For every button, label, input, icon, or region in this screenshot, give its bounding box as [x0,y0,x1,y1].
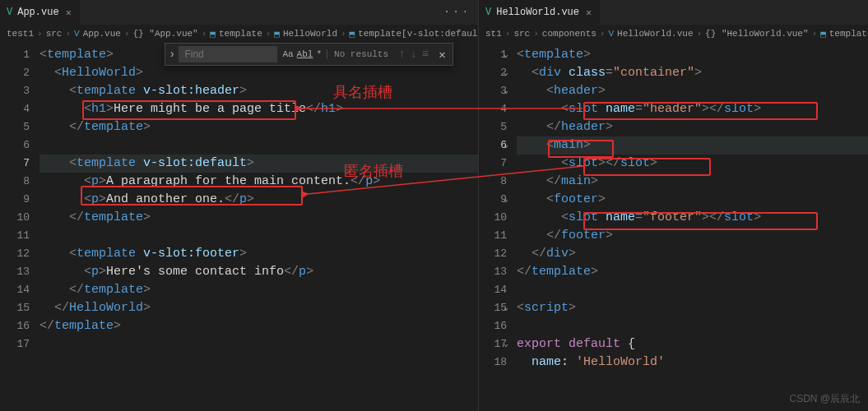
line-number: 16 [0,317,30,335]
vue-file-icon: V [7,7,12,18]
code-area-right[interactable]: <template> <div class="container"> <head… [517,43,868,411]
code-line[interactable]: <footer> [517,191,868,209]
find-widget[interactable]: › Aa Abl * No results ↑ ↓ ≡ ✕ [165,43,453,66]
code-line[interactable]: <slot></slot> [517,155,868,173]
code-line[interactable]: <p>A paragraph for the main content.</p> [39,173,478,191]
breadcrumb-item[interactable]: {} "App.vue" [132,29,197,39]
breadcrumb-icon: ⬒ [820,29,826,39]
line-number: 10 [0,209,30,227]
code-line[interactable]: <template v-slot:default> [39,155,478,173]
code-line[interactable]: <main> [517,136,868,155]
match-case-icon[interactable]: Aa [282,49,293,59]
breadcrumb-item[interactable]: template [829,29,868,39]
code-area-left[interactable]: <template> <HelloWorld> <template v-slot… [39,43,478,411]
code-line[interactable] [517,317,868,335]
breadcrumb-chevron-icon: › [202,29,207,39]
breadcrumb-item[interactable]: App.vue [83,29,121,39]
breadcrumb-item[interactable]: test1 [7,29,34,39]
code-line[interactable]: <slot name="header"></slot> [517,100,868,118]
fold-icon[interactable]: ⌄ [504,191,508,209]
fold-icon[interactable]: ⌄ [504,64,508,82]
breadcrumb-chevron-icon: › [65,29,71,39]
vue-file-icon: V [485,7,491,18]
code-line[interactable]: </template> [39,209,478,227]
code-line[interactable]: <h1>Here might be a page title</h1> [39,100,478,118]
code-line[interactable]: </header> [517,118,868,136]
tab-overflow-button[interactable]: ··· [437,7,478,18]
line-number: 2 [0,64,30,82]
line-number: 13 [0,263,30,281]
line-number: 8 [0,173,30,191]
fold-icon[interactable]: ⌄ [504,82,508,100]
code-line[interactable]: </template> [39,118,478,136]
code-line[interactable]: <script> [517,299,868,317]
breadcrumb-item[interactable]: HelloWorld.vue [617,29,693,39]
code-line[interactable]: </HelloWorld> [39,299,478,317]
code-line[interactable]: <template v-slot:footer> [39,245,478,263]
fold-icon[interactable]: ⌄ [504,299,508,317]
watermark: CSDN @辰辰北 [789,392,860,406]
line-number: 11 [479,227,507,245]
code-line[interactable]: <slot name="footer"></slot> [517,209,868,227]
breadcrumbs-left[interactable]: test1›src›V App.vue›{} "App.vue"›⬒ templ… [0,25,478,43]
find-close-button[interactable]: ✕ [432,48,452,62]
breadcrumb-item[interactable]: template[v-slot:default] [358,29,478,39]
code-line[interactable] [517,281,868,299]
find-prev-icon[interactable]: ↑ [398,48,405,61]
regex-icon[interactable]: * [316,49,322,59]
code-line[interactable]: </div> [517,245,868,263]
fold-icon[interactable]: ⌄ [504,46,508,64]
breadcrumb-chevron-icon: › [600,29,606,39]
code-line[interactable]: <p>And another one.</p> [39,191,478,209]
tab-bar-left: V App.vue ✕ ··· [0,0,478,25]
match-word-icon[interactable]: Abl [297,49,313,59]
code-line[interactable] [39,335,478,353]
code-line[interactable]: <header> [517,82,868,100]
line-number: 5 [479,118,507,136]
breadcrumb-item[interactable]: {} "HelloWorld.vue" [705,29,808,39]
tab-close-button[interactable]: ✕ [584,7,593,19]
code-line[interactable]: <div class="container"> [517,64,868,82]
line-number: 13 [479,263,507,281]
breadcrumb-item[interactable]: components [542,29,596,39]
find-expand-icon[interactable]: › [165,48,179,61]
editor-left[interactable]: 1234567891011121314151617 <template> <He… [0,43,478,411]
code-line[interactable] [39,136,478,155]
breadcrumbs-right[interactable]: st1›src›components›V HelloWorld.vue›{} "… [479,25,868,43]
breadcrumb-item[interactable]: st1 [485,29,502,39]
breadcrumb-chevron-icon: › [124,29,130,39]
line-number: 17⌄ [479,335,507,353]
breadcrumb-item[interactable]: src [513,29,530,39]
code-line[interactable]: </template> [517,263,868,281]
code-line[interactable]: </main> [517,173,868,191]
tab-close-button[interactable]: ✕ [64,7,73,19]
fold-icon[interactable]: ⌄ [504,335,508,353]
find-selection-icon[interactable]: ≡ [422,48,429,61]
line-number: 9 [0,191,30,209]
code-line[interactable]: </template> [39,317,478,335]
line-number: 16 [479,317,507,335]
breadcrumb-item[interactable]: src [46,29,63,39]
breadcrumb-item[interactable]: HelloWorld [283,29,337,39]
code-line[interactable]: export default { [517,335,868,353]
tab-bar-right: V HelloWorld.vue ✕ [479,0,868,25]
line-number: 3⌄ [479,82,507,100]
line-number: 15 [0,299,30,317]
breadcrumb-item[interactable]: template [219,29,262,39]
code-line[interactable]: </footer> [517,227,868,245]
tab-app-vue[interactable]: V App.vue ✕ [0,0,80,25]
code-line[interactable]: <template> [517,46,868,64]
tab-label: HelloWorld.vue [496,7,579,18]
code-line[interactable]: <template v-slot:header> [39,82,478,100]
code-line[interactable]: </template> [39,281,478,299]
editor-right[interactable]: 1⌄2⌄3⌄456⌄789⌄101112131415⌄1617⌄18 <temp… [479,43,868,411]
code-line[interactable] [39,227,478,245]
code-line[interactable]: <HelloWorld> [39,64,478,82]
tab-helloworld-vue[interactable]: V HelloWorld.vue ✕ [479,0,600,25]
fold-icon[interactable]: ⌄ [504,136,508,155]
find-next-icon[interactable]: ↓ [410,48,416,61]
code-line[interactable]: <p>Here's some contact info</p> [39,263,478,281]
line-number: 17 [0,335,30,353]
find-input[interactable] [179,46,277,62]
code-line[interactable]: name: 'HelloWorld' [517,353,868,372]
